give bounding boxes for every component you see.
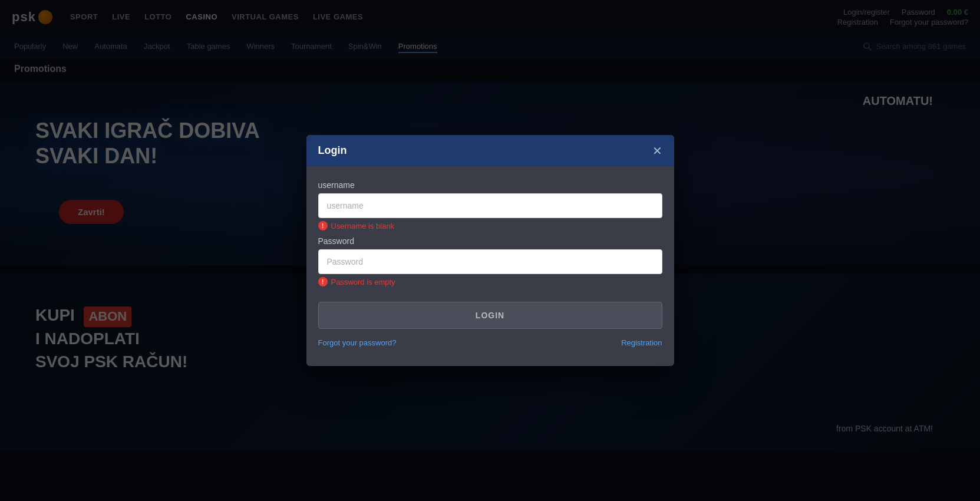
- password-label: Password: [318, 236, 662, 246]
- password-error: ! Password is empty: [318, 277, 662, 286]
- password-error-text: Password is empty: [331, 278, 395, 286]
- modal-body: username ! Username is blank Password ! …: [306, 166, 674, 366]
- username-error: ! Username is blank: [318, 221, 662, 230]
- password-input[interactable]: [318, 249, 662, 274]
- modal-title: Login: [318, 144, 347, 157]
- registration-link[interactable]: Registration: [621, 338, 662, 347]
- username-error-icon: !: [318, 221, 328, 230]
- password-field-group: Password ! Password is empty: [318, 236, 662, 286]
- modal-overlay: Login ✕ username ! Username is blank Pas…: [0, 0, 980, 501]
- forgot-password-link[interactable]: Forgot your password?: [318, 338, 397, 347]
- modal-footer: Forgot your password? Registration: [318, 329, 662, 350]
- login-submit-button[interactable]: LOGIN: [318, 302, 662, 329]
- username-error-text: Username is blank: [331, 222, 395, 230]
- login-modal: Login ✕ username ! Username is blank Pas…: [306, 135, 674, 366]
- modal-header: Login ✕: [306, 135, 674, 166]
- password-error-icon: !: [318, 277, 328, 286]
- username-label: username: [318, 180, 662, 190]
- modal-close-button[interactable]: ✕: [652, 145, 662, 157]
- username-input[interactable]: [318, 193, 662, 218]
- username-field-group: username ! Username is blank: [318, 180, 662, 230]
